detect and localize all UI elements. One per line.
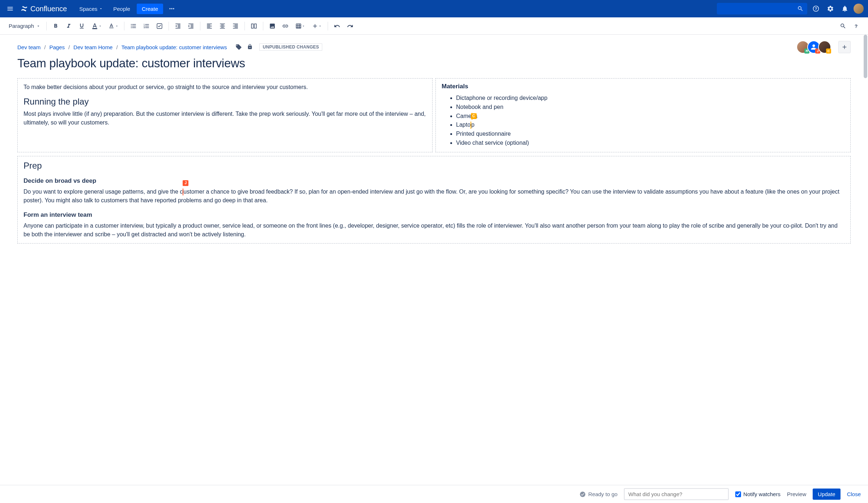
editor-toolbar: Paragraph ? xyxy=(0,17,868,35)
breadcrumb-item[interactable]: Team playbook update: customer interview… xyxy=(122,44,227,50)
insert-button[interactable] xyxy=(309,20,325,32)
nav-people[interactable]: People xyxy=(110,3,134,15)
body-paragraph[interactable]: Anyone can participate in a customer int… xyxy=(24,221,844,239)
menu-icon[interactable] xyxy=(4,3,16,14)
link-button[interactable] xyxy=(279,20,292,32)
align-right-button[interactable] xyxy=(229,20,242,32)
svg-rect-7 xyxy=(251,24,253,28)
list-item[interactable]: Printed questionnaire xyxy=(456,130,844,139)
svg-text:?: ? xyxy=(815,7,817,11)
confluence-logo[interactable]: Confluence xyxy=(20,5,67,13)
two-column-layout: To make better decisions about your prod… xyxy=(17,78,851,152)
lock-icon[interactable] xyxy=(247,44,253,50)
table-button[interactable] xyxy=(292,20,308,32)
subsection-heading[interactable]: Decide on broad vs deep xyxy=(24,177,844,185)
collaborator-avatar[interactable]: C xyxy=(818,41,831,54)
user-avatar[interactable] xyxy=(854,4,864,14)
search-icon xyxy=(797,5,804,12)
layout-button[interactable] xyxy=(248,20,260,32)
indent-button[interactable] xyxy=(185,20,197,32)
notifications-icon[interactable] xyxy=(839,3,851,14)
chevron-down-icon xyxy=(99,7,103,11)
subsection-heading[interactable]: Form an interview team xyxy=(24,211,844,219)
outdent-button[interactable] xyxy=(172,20,184,32)
list-item[interactable]: CameCra xyxy=(456,112,844,121)
create-button[interactable]: Create xyxy=(137,4,163,14)
more-formatting-button[interactable] xyxy=(105,20,121,32)
breadcrumb-row: Dev team / Pages / Dev team Home / Team … xyxy=(17,41,851,54)
collab-cursor-flag: J xyxy=(183,180,188,186)
svg-point-2 xyxy=(173,8,174,9)
section-heading[interactable]: Prep xyxy=(24,161,844,171)
section-heading[interactable]: Running the play xyxy=(24,97,426,107)
numbered-list-button[interactable] xyxy=(140,20,153,32)
layout-cell-full[interactable]: Prep Decide on broad vs deep Do you want… xyxy=(17,156,851,244)
collab-cursor-caret xyxy=(183,189,183,195)
list-item[interactable]: Dictaphone or recording device/app xyxy=(456,94,844,103)
bullet-list-button[interactable] xyxy=(127,20,140,32)
svg-rect-8 xyxy=(255,24,256,28)
add-collaborator-button[interactable] xyxy=(838,41,851,53)
content-scroll[interactable]: Dev team / Pages / Dev team Home / Team … xyxy=(0,35,868,485)
intro-paragraph[interactable]: To make better decisions about your prod… xyxy=(24,83,426,92)
paragraph-style-dropdown[interactable]: Paragraph xyxy=(6,21,43,31)
settings-icon[interactable] xyxy=(825,3,836,14)
collaborator-avatars: R J C xyxy=(799,41,831,54)
underline-button[interactable] xyxy=(76,20,88,32)
page-title[interactable]: Team playbook update: customer interview… xyxy=(17,56,851,70)
breadcrumb-item[interactable]: Pages xyxy=(49,44,65,50)
find-button[interactable] xyxy=(837,20,849,32)
body-paragraph[interactable]: Most plays involve little (if any) prepa… xyxy=(24,110,426,127)
collab-cursor-flag: C xyxy=(471,113,477,119)
breadcrumb-item[interactable]: Dev team xyxy=(17,44,41,50)
align-center-button[interactable] xyxy=(216,20,229,32)
editor-help-button[interactable]: ? xyxy=(850,20,862,32)
image-button[interactable] xyxy=(266,20,278,32)
help-icon[interactable]: ? xyxy=(810,3,822,14)
search-box[interactable] xyxy=(717,3,807,14)
body-paragraph[interactable]: Do you want to explore general usage pat… xyxy=(24,187,844,205)
list-item[interactable]: Notebook and pen xyxy=(456,103,844,112)
svg-rect-5 xyxy=(92,28,97,29)
svg-point-1 xyxy=(171,8,172,9)
nav-spaces[interactable]: Spaces xyxy=(76,3,107,15)
status-badge: UNPUBLISHED CHANGES xyxy=(259,43,322,51)
italic-button[interactable] xyxy=(63,20,75,32)
list-item[interactable]: Video chat service (optional) xyxy=(456,139,844,148)
layout-cell-right[interactable]: Materials Dictaphone or recording device… xyxy=(435,78,851,152)
list-item[interactable]: Laptop xyxy=(456,121,844,130)
undo-button[interactable] xyxy=(331,20,343,32)
collab-cursor-caret xyxy=(471,122,471,128)
text-color-button[interactable] xyxy=(89,20,105,32)
task-list-button[interactable] xyxy=(153,20,166,32)
brand-text: Confluence xyxy=(30,5,67,13)
align-left-button[interactable] xyxy=(203,20,216,32)
top-navigation: Confluence Spaces People Create ? xyxy=(0,0,868,17)
materials-list[interactable]: Dictaphone or recording device/app Noteb… xyxy=(442,94,844,148)
breadcrumb-item[interactable]: Dev team Home xyxy=(73,44,112,50)
svg-text:?: ? xyxy=(855,23,858,29)
svg-point-0 xyxy=(169,8,170,9)
more-icon[interactable] xyxy=(166,3,178,14)
layout-cell-left[interactable]: To make better decisions about your prod… xyxy=(17,78,433,152)
redo-button[interactable] xyxy=(344,20,356,32)
bold-button[interactable] xyxy=(50,20,62,32)
chevron-down-icon xyxy=(36,24,41,28)
tag-icon[interactable] xyxy=(235,44,242,50)
materials-heading[interactable]: Materials xyxy=(442,83,844,90)
scrollbar-thumb[interactable] xyxy=(864,35,867,78)
